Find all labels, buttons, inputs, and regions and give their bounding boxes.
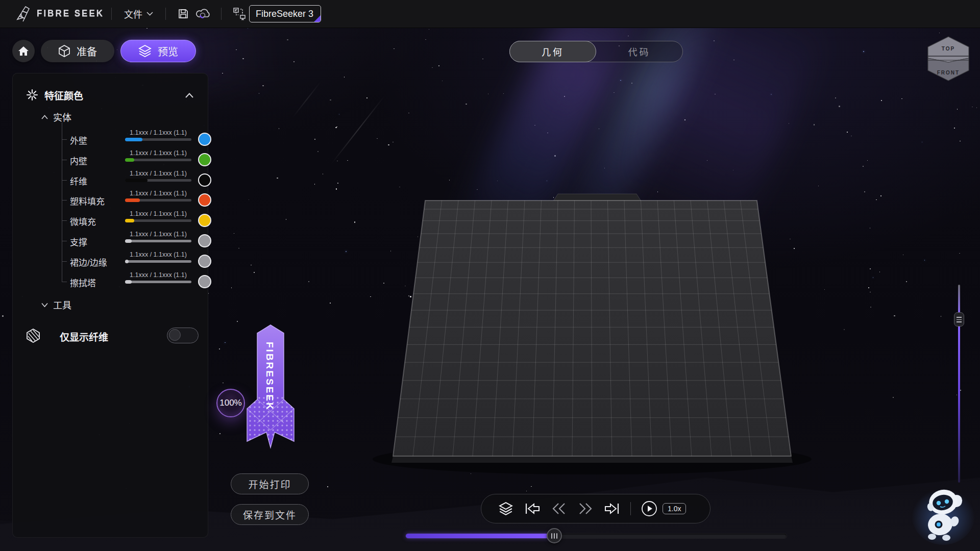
viewcube-front-label: FRONT <box>937 70 960 76</box>
feature-slider-fill <box>125 219 134 222</box>
group-tools-label: 工具 <box>53 298 71 311</box>
printer-name: FibreSeeker 3 <box>256 9 313 19</box>
skip-to-end-button[interactable] <box>599 494 625 523</box>
feature-slider-fill <box>125 179 148 182</box>
feature-row: 纤维 1.1xxx / 1.1xxx (1.1) <box>13 170 209 191</box>
feature-color-swatch[interactable] <box>198 173 211 187</box>
feature-slider[interactable] <box>125 260 191 263</box>
chevron-down-icon <box>41 303 48 307</box>
file-menu-label: 文件 <box>124 7 142 20</box>
tree-connector <box>62 200 67 201</box>
feature-slider-fill <box>125 198 140 202</box>
step-back-button[interactable] <box>546 494 572 523</box>
feature-color-swatch[interactable] <box>198 275 211 288</box>
chevron-up-icon <box>41 115 48 119</box>
save-to-file-button[interactable]: 保存到文件 <box>231 504 309 525</box>
group-tools[interactable]: 工具 <box>41 298 71 311</box>
speed-chip[interactable]: 1.0x <box>663 503 686 514</box>
feature-color-swatch[interactable] <box>198 153 211 166</box>
chevron-up-icon[interactable] <box>185 93 193 98</box>
feature-row: 擦拭塔 1.1xxx / 1.1xxx (1.1) <box>13 272 209 292</box>
feature-slider[interactable] <box>125 199 191 202</box>
feature-color-swatch[interactable] <box>198 255 211 268</box>
feature-value: 1.1xxx / 1.1xxx (1.1) <box>117 149 199 157</box>
layer-slider-handle[interactable] <box>954 312 964 327</box>
app-window: FIBRE SEEK 文件 <box>0 0 980 551</box>
panel-title: 特征颜色 <box>44 88 83 102</box>
feature-label: 裙边/边缘 <box>70 256 107 268</box>
skip-to-start-button[interactable] <box>519 494 546 523</box>
layer-slider[interactable] <box>954 285 964 483</box>
feature-value: 1.1xxx / 1.1xxx (1.1) <box>117 231 199 238</box>
fiber-only-label: 仅显示纤维 <box>60 330 108 343</box>
feature-value: 1.1xxx / 1.1xxx (1.1) <box>117 190 199 197</box>
step-forward-button[interactable] <box>572 494 599 523</box>
tab-prepare-label: 准备 <box>77 44 97 59</box>
cube-icon <box>58 44 70 58</box>
combo-corner-marker <box>314 15 321 22</box>
save-icon <box>177 8 189 20</box>
feature-slider[interactable] <box>125 219 191 222</box>
group-solid-label: 实体 <box>53 110 71 123</box>
tab-preview-label: 预览 <box>158 44 178 59</box>
layer-view-button[interactable] <box>493 494 519 523</box>
save-button[interactable] <box>173 5 193 23</box>
app-logo: FIBRE SEEK <box>15 5 104 22</box>
feature-slider[interactable] <box>125 138 191 141</box>
toggle-geometry[interactable]: 几何 <box>509 41 596 62</box>
logo-text: FIBRE SEEK <box>37 9 104 19</box>
divider <box>111 8 112 20</box>
fiber-only-row: 仅显示纤维 <box>13 324 209 347</box>
timeline-slider[interactable] <box>406 532 787 540</box>
fiber-only-toggle[interactable] <box>167 328 199 343</box>
feature-slider-fill <box>125 260 129 263</box>
feature-row: 外壁 1.1xxx / 1.1xxx (1.1) <box>13 130 209 150</box>
feature-color-icon <box>26 89 38 101</box>
feature-label: 外壁 <box>70 134 87 146</box>
skip-end-icon <box>604 503 620 515</box>
panel-header[interactable]: 特征颜色 <box>13 84 208 106</box>
tree-connector <box>62 160 67 160</box>
start-print-button[interactable]: 开始打印 <box>231 473 309 494</box>
plate-edge <box>391 456 793 463</box>
tree-connector <box>62 220 67 221</box>
tree-connector <box>62 139 67 140</box>
feature-label: 擦拭塔 <box>70 276 96 289</box>
layers-icon <box>138 44 152 58</box>
feature-value: 1.1xxx / 1.1xxx (1.1) <box>117 251 199 258</box>
cloud-sync-button[interactable] <box>193 5 214 23</box>
feature-slider[interactable] <box>125 240 191 242</box>
double-chevron-right-icon <box>579 503 592 515</box>
play-icon <box>641 500 657 517</box>
feature-row: 裙边/边缘 1.1xxx / 1.1xxx (1.1) <box>13 252 209 272</box>
toggle-code[interactable]: 代码 <box>596 41 682 62</box>
play-button[interactable] <box>636 494 663 523</box>
feature-row: 内壁 1.1xxx / 1.1xxx (1.1) <box>13 150 209 170</box>
feature-value: 1.1xxx / 1.1xxx (1.1) <box>117 170 199 177</box>
view-toggle: 几何 代码 <box>509 41 683 62</box>
feature-slider[interactable] <box>125 159 191 161</box>
view-cube[interactable]: TOP FRONT <box>924 34 973 85</box>
feature-slider[interactable] <box>125 179 191 182</box>
printer-network-button[interactable] <box>229 5 249 23</box>
feature-slider-fill <box>125 280 132 284</box>
feature-color-swatch[interactable] <box>198 234 211 247</box>
feature-label: 塑料填充 <box>70 194 105 207</box>
feature-color-swatch[interactable] <box>198 133 211 146</box>
home-icon <box>18 46 29 56</box>
tab-preview[interactable]: 预览 <box>120 40 196 62</box>
group-solid[interactable]: 实体 <box>41 110 71 123</box>
feature-slider[interactable] <box>125 281 191 283</box>
feature-row: 塑料填充 1.1xxx / 1.1xxx (1.1) <box>13 190 209 211</box>
home-button[interactable] <box>12 40 35 62</box>
feature-color-swatch[interactable] <box>198 214 211 227</box>
toggle-knob <box>169 329 181 341</box>
feature-slider-fill <box>125 138 142 141</box>
printer-selector[interactable]: FibreSeeker 3 <box>249 5 321 22</box>
feature-value: 1.1xxx / 1.1xxx (1.1) <box>117 129 199 136</box>
timeline-handle[interactable] <box>547 528 562 543</box>
banner-text: FIBRESEEK <box>258 338 281 415</box>
robot-mascot[interactable] <box>910 482 976 546</box>
tab-prepare[interactable]: 准备 <box>41 40 114 62</box>
file-menu[interactable]: 文件 <box>119 4 158 23</box>
